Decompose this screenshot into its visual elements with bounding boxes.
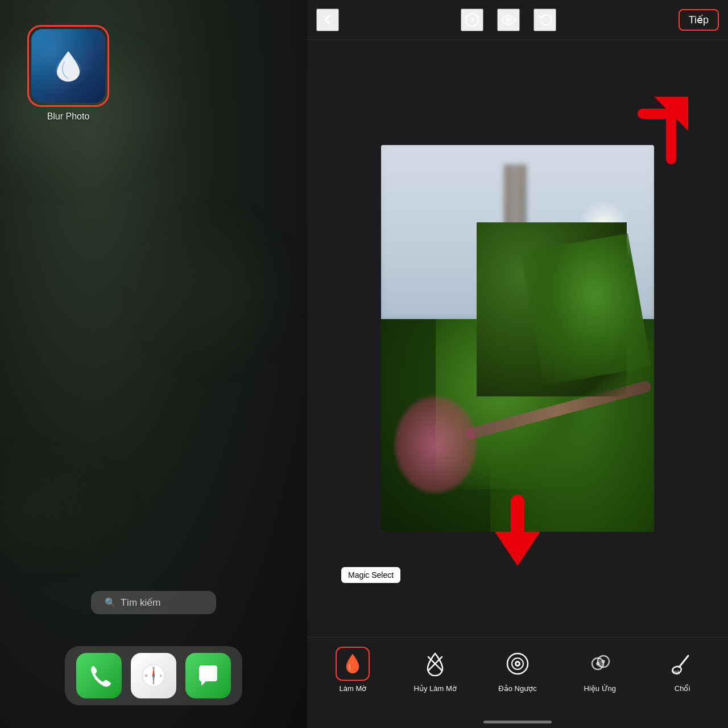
svg-point-27 xyxy=(602,660,605,663)
help-button[interactable]: ? xyxy=(461,9,483,31)
lam-mo-label: Làm Mờ xyxy=(340,684,367,693)
photo-container xyxy=(381,145,654,532)
search-icon: 🔍 xyxy=(105,597,116,608)
svg-text:?: ? xyxy=(470,16,474,24)
app-icon-container: Blur Photo xyxy=(27,25,109,122)
toolbar-item-huy-lam-mo[interactable]: Hủy Làm Mờ xyxy=(394,647,477,693)
app-header: ? Tiếp xyxy=(307,0,728,40)
toolbar-item-choi[interactable]: Chổi xyxy=(641,647,723,693)
lam-mo-icon-wrap xyxy=(336,647,370,681)
huy-lam-mo-label: Hủy Làm Mờ xyxy=(414,684,457,693)
svg-text:N: N xyxy=(152,666,155,669)
hieu-ung-icon-wrap xyxy=(583,647,617,681)
blur-photo-app: ? Tiếp xyxy=(307,0,728,728)
hieu-ung-label: Hiệu Ứng xyxy=(584,684,617,693)
bottom-toolbar: Làm Mờ Hủy Làm Mờ xyxy=(307,637,728,728)
toolbar-item-dao-nguoc[interactable]: Đảo Ngược xyxy=(477,647,559,693)
toolbar-item-hieu-ung[interactable]: Hiệu Ứng xyxy=(559,647,641,693)
tiep-button[interactable]: Tiếp xyxy=(679,9,719,31)
dock-icon-phone[interactable] xyxy=(76,653,122,698)
dao-nguoc-icon-wrap xyxy=(500,647,535,681)
blur-photo-app-icon[interactable] xyxy=(31,29,105,103)
red-arrow-bottom xyxy=(489,495,546,569)
back-button[interactable] xyxy=(316,9,339,31)
home-indicator xyxy=(483,721,552,723)
huy-lam-mo-icon-wrap xyxy=(418,647,452,681)
choi-label: Chổi xyxy=(675,684,690,693)
photo-flowers xyxy=(395,396,477,493)
svg-point-5 xyxy=(152,675,155,677)
svg-point-26 xyxy=(596,662,599,665)
dock: N S W E xyxy=(65,646,242,705)
home-screen: Blur Photo 🔍 Tìm kiếm N xyxy=(0,0,307,728)
undo-button[interactable] xyxy=(533,9,556,31)
dock-icon-messages[interactable] xyxy=(185,653,231,698)
photo-area: Magic Select xyxy=(307,40,728,637)
header-icons: ? xyxy=(461,9,556,31)
search-text: Tìm kiếm xyxy=(121,597,160,609)
eye-button[interactable] xyxy=(497,9,520,31)
svg-line-28 xyxy=(679,656,688,667)
svg-text:W: W xyxy=(145,674,148,677)
search-bar[interactable]: 🔍 Tìm kiếm xyxy=(91,591,216,614)
app-icon-label: Blur Photo xyxy=(47,111,90,122)
photo-background xyxy=(381,145,654,532)
dock-icon-safari[interactable]: N S W E xyxy=(131,653,176,698)
magic-select-tooltip: Magic Select xyxy=(341,567,400,583)
dao-nguoc-label: Đảo Ngược xyxy=(498,684,536,693)
choi-icon-wrap xyxy=(665,647,700,681)
svg-point-13 xyxy=(507,19,510,21)
red-arrow-top xyxy=(626,85,694,165)
svg-point-22 xyxy=(516,663,519,665)
svg-marker-16 xyxy=(495,532,540,566)
search-bar-container: 🔍 Tìm kiếm xyxy=(91,591,216,614)
toolbar-item-lam-mo[interactable]: Làm Mờ xyxy=(312,647,394,693)
app-icon-selected-border xyxy=(27,25,109,107)
